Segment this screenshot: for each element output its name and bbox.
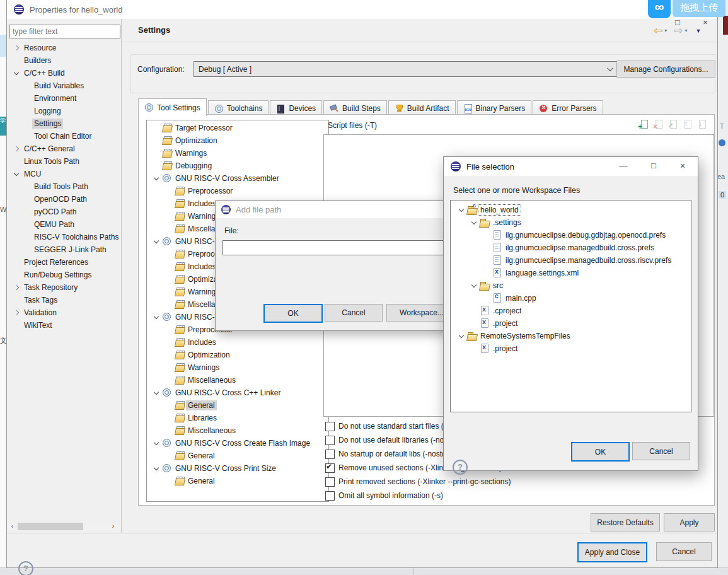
sidebar-item-openocd-path[interactable]: OpenOCD Path [7, 193, 120, 206]
sidebar-item-validation[interactable]: Validation [7, 306, 120, 319]
file-tree-item-folder[interactable]: .settings [451, 216, 691, 229]
tool-tree-item[interactable]: Libraries [147, 412, 328, 424]
sidebar-item-builders[interactable]: Builders [7, 54, 120, 67]
chevron-down-icon[interactable] [11, 168, 22, 180]
tool-tree-item[interactable]: GNU RISC-V Cross C++ Linker [147, 386, 328, 399]
chevron-down-icon[interactable] [151, 387, 162, 398]
title-bar[interactable]: File selection [444, 157, 698, 176]
tool-tree-item[interactable]: Optimization [147, 134, 328, 147]
file-tree-item-file[interactable]: language.settings.xml [451, 267, 691, 279]
sidebar-item-cc-general[interactable]: C/C++ General [7, 142, 120, 155]
file-tree-item-file[interactable]: .cproject [451, 305, 691, 317]
sidebar-item-resource[interactable]: Resource [7, 42, 120, 54]
checkbox[interactable] [325, 436, 335, 445]
sidebar-item-mcu[interactable]: MCU [7, 168, 120, 180]
file-tree-item-project[interactable]: chello_world [451, 204, 691, 216]
sidebar-item-project-references[interactable]: Project References [7, 256, 120, 269]
chevron-down-icon[interactable] [151, 173, 162, 184]
sidebar-item-linux-tools-path[interactable]: Linux Tools Path [7, 155, 120, 168]
file-tree-item-file[interactable]: ilg.gnumcueclipse.managedbuild.cross.pre… [451, 241, 691, 254]
cancel-button[interactable]: Cancel [325, 304, 383, 322]
checkbox[interactable] [325, 477, 335, 487]
sidebar-item-riscv-toolchains-paths[interactable]: RISC-V Toolchains Paths [7, 231, 120, 243]
edit-script-icon[interactable] [667, 119, 678, 129]
sidebar-item-segger-jlink-path[interactable]: SEGGER J-Link Path [7, 243, 120, 256]
filter-input[interactable] [9, 25, 120, 38]
manage-configurations-button[interactable]: Manage Configurations... [616, 61, 715, 78]
cancel-button[interactable]: Cancel [656, 542, 712, 561]
tool-tree-item[interactable]: GNU RISC-V Cross Create Flash Image [147, 437, 328, 450]
tool-tree-item[interactable]: Warnings [147, 361, 328, 374]
sidebar-horizontal-scrollbar[interactable]: ‹ › [8, 522, 119, 531]
file-tree-item-folder[interactable]: src [451, 279, 691, 292]
file-tree-item-file[interactable]: .project [451, 317, 691, 330]
sidebar-item-tool-chain-editor[interactable]: Tool Chain Editor [7, 130, 120, 142]
close-icon[interactable]: × [677, 161, 688, 171]
sidebar-item-logging[interactable]: Logging [7, 105, 120, 117]
restore-defaults-button[interactable]: Restore Defaults [591, 513, 660, 531]
file-tree-item-folder[interactable]: RemoteSystemsTempFiles [451, 330, 691, 342]
sidebar-item-environment[interactable]: Environment [7, 92, 120, 105]
sash-divider[interactable] [121, 19, 122, 533]
apply-button[interactable]: Apply [664, 513, 715, 531]
sidebar-item-build-variables[interactable]: Build Variables [7, 79, 120, 92]
tool-tree-item[interactable]: Debugging [147, 160, 328, 172]
sidebar-item-cc-build[interactable]: C/C++ Build [7, 67, 120, 79]
chevron-right-icon[interactable] [11, 282, 22, 293]
checkbox-row[interactable]: Print removed sections (-Xlinker --print… [325, 475, 511, 489]
tool-tree-item[interactable]: GNU RISC-V Cross Print Size [147, 462, 328, 475]
view-menu-icon[interactable]: ▼ [696, 28, 702, 34]
drag-upload-badge[interactable]: ∞ 拖拽上传 [648, 0, 725, 18]
cancel-button[interactable]: Cancel [632, 442, 690, 460]
title-bar[interactable]: Properties for hello_world [7, 0, 717, 19]
maximize-icon[interactable]: □ [648, 161, 659, 170]
chevron-right-icon[interactable] [11, 143, 22, 154]
tool-tree-item[interactable]: Optimization [147, 349, 328, 361]
title-bar[interactable]: Add file path [216, 201, 464, 218]
chevron-down-icon[interactable] [456, 330, 467, 342]
scrollbar-thumb[interactable] [18, 523, 83, 530]
chevron-down-icon[interactable] [468, 280, 480, 291]
file-tree-item-file[interactable]: ilg.gnumcueclipse.debug.gdbjtag.openocd.… [451, 229, 691, 241]
checkbox[interactable] [325, 491, 335, 501]
file-tree-item-file[interactable]: ilg.gnumcueclipse.managedbuild.cross.ris… [451, 254, 691, 267]
chevron-down-icon[interactable] [151, 311, 162, 323]
tool-tree-item[interactable]: Includes [147, 336, 328, 349]
file-tree-item-file[interactable]: .project [451, 342, 691, 355]
help-icon[interactable] [18, 561, 33, 575]
tool-tree-item[interactable]: Miscellaneous [147, 374, 328, 386]
tool-tree-item[interactable]: Miscellaneous [147, 424, 328, 437]
tool-tree-item[interactable]: Preprocessor [147, 185, 328, 197]
checkbox-row[interactable]: Omit all symbol information (-s) [325, 489, 511, 502]
chevron-down-icon[interactable] [11, 67, 22, 79]
back-menu-caret-icon[interactable]: ▾ [664, 28, 667, 33]
sidebar-item-task-repository[interactable]: Task Repository [7, 281, 120, 294]
file-path-input[interactable] [222, 240, 458, 255]
sidebar-item-wikitext[interactable]: WikiText [7, 319, 120, 332]
chevron-down-icon[interactable] [456, 204, 467, 216]
sidebar-item-pyocd-path[interactable]: pyOCD Path [7, 206, 120, 218]
tool-tree-item[interactable]: GNU RISC-V Cross Assembler [147, 172, 328, 185]
sidebar-item-run-debug-settings[interactable]: Run/Debug Settings [7, 269, 120, 281]
checkbox[interactable] [325, 422, 335, 431]
chevron-down-icon[interactable] [151, 463, 162, 474]
sidebar-item-settings[interactable]: Settings [7, 117, 120, 130]
sidebar-item-qemu-path[interactable]: QEMU Path [7, 218, 120, 231]
checkbox[interactable] [325, 450, 335, 459]
tool-tree-item[interactable]: Target Processor [147, 122, 328, 134]
forward-menu-caret-icon[interactable]: ▾ [685, 28, 688, 33]
ok-button[interactable]: OK [571, 442, 630, 462]
scroll-right-icon[interactable]: › [109, 522, 117, 531]
back-icon[interactable]: ⇦ [654, 25, 662, 36]
tool-tree-item[interactable]: General [147, 475, 328, 487]
sidebar-item-build-tools-path[interactable]: Build Tools Path [7, 180, 120, 193]
chevron-right-icon[interactable] [11, 307, 22, 318]
scroll-left-icon[interactable]: ‹ [8, 522, 16, 531]
tool-tree-item[interactable]: General [147, 450, 328, 462]
help-icon[interactable] [453, 460, 468, 475]
sidebar-item-task-tags[interactable]: Task Tags [7, 294, 120, 306]
tool-tree-item[interactable]: Warnings [147, 147, 328, 160]
forward-icon[interactable]: ⇨ [674, 25, 683, 36]
checkbox[interactable] [325, 463, 335, 473]
move-up-icon[interactable] [682, 119, 692, 129]
